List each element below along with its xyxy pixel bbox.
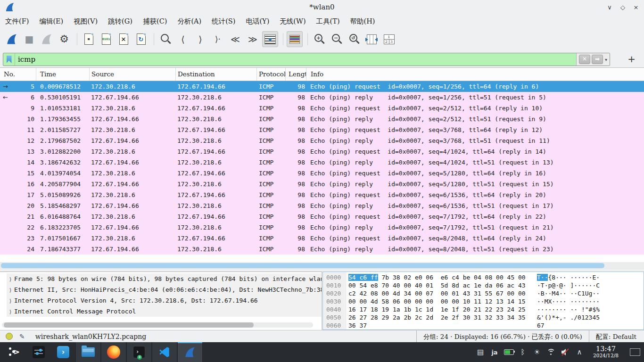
detail-row[interactable]: ⟩Internet Control Message Protocol	[7, 306, 322, 317]
title-bar[interactable]: *wlan0 ∨◇×	[0, 0, 644, 14]
resize-columns-button[interactable]	[363, 31, 380, 47]
hex-row[interactable]: 005026 27 28 29 2a 2b 2c 2d 2e 2f 30 31 …	[326, 313, 600, 321]
column-header-info[interactable]: Info	[306, 68, 644, 81]
battery-icon[interactable]	[502, 348, 516, 356]
taskbar-app-app-launcher[interactable]: >	[2, 342, 26, 362]
menu-item-5[interactable]: 分析(A)	[172, 14, 206, 28]
detail-row[interactable]: ⟩Ethernet II, Src: HonHaiPrecis_c4:be:04…	[7, 284, 322, 295]
clipboard-icon[interactable]: ▤	[473, 348, 487, 356]
packet-row[interactable]: 6←0.530105191172.67.194.66172.30.218.6IC…	[0, 92, 644, 103]
hex-row[interactable]: 0020c2 42 08 00 4d 34 00 07 00 01 43 31 …	[326, 289, 600, 297]
hex-row[interactable]: 006036 3767	[326, 321, 600, 329]
packet-row[interactable]: 226.183223705172.67.194.66172.30.218.6IC…	[0, 222, 644, 233]
taskbar-app-vscode[interactable]	[152, 342, 177, 362]
close-file-button[interactable]: ✕	[116, 31, 132, 47]
input-method-ja[interactable]: ja	[487, 348, 502, 356]
minimize-button[interactable]: ∨	[605, 4, 614, 11]
column-header-source[interactable]: Source	[90, 68, 176, 81]
packet-row[interactable]: 133.012882200172.30.218.6172.67.194.66IC…	[0, 146, 644, 157]
taskbar-app-firefox[interactable]	[101, 342, 126, 362]
last-packet-button[interactable]: ≫	[245, 31, 261, 47]
apply-filter-button[interactable]: ➡	[592, 55, 603, 64]
packet-row[interactable]: 112.011585727172.30.218.6172.67.194.66IC…	[0, 124, 644, 135]
wifi-icon[interactable]	[544, 348, 558, 356]
clock[interactable]: 13:47 2024/12/8	[588, 346, 623, 358]
expander-icon[interactable]: ⟩	[7, 306, 14, 317]
expander-icon[interactable]: ⟩	[7, 274, 14, 284]
taskbar-app-system-settings[interactable]	[26, 342, 51, 362]
maximize-button[interactable]: ◇	[619, 4, 627, 11]
column-header-length[interactable]: Length	[286, 68, 306, 81]
packet-row[interactable]: 143.186742632172.67.194.66172.30.218.6IC…	[0, 157, 644, 168]
find-packet-button[interactable]	[157, 31, 173, 47]
volume-muted-icon[interactable]	[558, 348, 572, 356]
column-header-no[interactable]: No.	[0, 68, 36, 81]
start-capture-button[interactable]	[4, 31, 20, 47]
stop-capture-button[interactable]: ■	[21, 31, 37, 47]
hex-row[interactable]: 000054 c6 ff 7b 38 02 e0 06 e6 c4 be 04 …	[326, 273, 600, 281]
packet-row[interactable]: 216.016488764172.30.218.6172.67.194.66IC…	[0, 211, 644, 222]
filter-dropdown-caret[interactable]: ▾	[605, 57, 607, 62]
layout-button[interactable]: 123	[381, 31, 397, 47]
packet-list-hscrollbar[interactable]	[0, 262, 644, 269]
display-filter-field[interactable]: ✕ ➡ ▾	[3, 53, 610, 66]
detail-hscrollbar[interactable]	[2, 322, 313, 328]
zoom-out-button[interactable]: −	[329, 31, 345, 47]
packet-row[interactable]: 164.205877904172.67.194.66172.30.218.6IC…	[0, 179, 644, 189]
detail-row[interactable]: ⟩Frame 5: 98 bytes on wire (784 bits), 9…	[7, 273, 322, 284]
column-header-time[interactable]: Time	[36, 68, 90, 81]
go-to-packet-button[interactable]: ⟩·	[210, 31, 226, 47]
taskbar-app-file-manager[interactable]	[75, 342, 101, 362]
menu-item-9[interactable]: 工具(T)	[311, 14, 345, 28]
auto-scroll-button[interactable]	[262, 31, 278, 47]
packet-row[interactable]: 175.015089926172.30.218.6172.67.194.66IC…	[0, 189, 644, 200]
save-file-button[interactable]: 0101	[98, 31, 114, 47]
reload-file-button[interactable]: ↻	[133, 31, 149, 47]
taskbar-app-wireshark[interactable]	[177, 342, 203, 362]
taskbar-app-discover[interactable]: ›	[51, 342, 75, 362]
previous-packet-button[interactable]: ⟨	[175, 31, 191, 47]
packet-row[interactable]: 237.017501667172.30.218.6172.67.194.66IC…	[0, 233, 644, 244]
packet-row-selected[interactable]: 5→0.009678512172.30.218.6172.67.194.66IC…	[0, 81, 644, 92]
scrollbar-thumb[interactable]	[4, 322, 254, 328]
filter-bookmark-icon[interactable]	[3, 53, 15, 66]
expander-icon[interactable]: ⟩	[7, 285, 14, 295]
close-button[interactable]: ×	[632, 4, 640, 11]
scrollbar-thumb[interactable]	[1, 263, 604, 268]
column-header-destination[interactable]: Destination	[176, 68, 257, 81]
menu-item-0[interactable]: 文件(F)	[0, 14, 34, 28]
first-packet-button[interactable]: ≪	[227, 31, 243, 47]
packet-row[interactable]: 205.185468297172.67.194.66172.30.218.6IC…	[0, 200, 644, 211]
show-desktop-button[interactable]	[630, 348, 640, 356]
clear-filter-button[interactable]: ✕	[579, 55, 590, 64]
packet-row[interactable]: 247.186743377172.67.194.66172.30.218.6IC…	[0, 244, 644, 255]
capture-options-button[interactable]: ⚙	[56, 31, 72, 47]
menu-item-1[interactable]: 编辑(E)	[34, 14, 68, 28]
restart-capture-button[interactable]	[39, 31, 55, 47]
menu-item-10[interactable]: 帮助(H)	[345, 14, 380, 28]
packet-row[interactable]: 91.010533181172.30.218.6172.67.194.66ICM…	[0, 103, 644, 114]
colorize-packets-button[interactable]	[287, 31, 303, 47]
open-file-button[interactable]: ▪	[81, 31, 97, 47]
zoom-in-button[interactable]: +	[311, 31, 327, 47]
packet-row[interactable]: 101.179363455172.67.194.66172.30.218.6IC…	[0, 114, 644, 124]
brightness-icon[interactable]: ☀	[530, 348, 544, 356]
hex-row[interactable]: 001000 54 e8 70 40 00 40 01 5d 8d ac 1e …	[326, 281, 600, 289]
menu-item-8[interactable]: 无线(W)	[274, 14, 311, 28]
menu-item-3[interactable]: 跳转(G)	[103, 14, 138, 28]
zoom-reset-button[interactable]: ↺	[346, 31, 362, 47]
hex-row[interactable]: 004016 17 18 19 1a 1b 1c 1d 1e 1f 20 21 …	[326, 305, 600, 313]
expander-icon[interactable]: ⟩	[7, 296, 14, 306]
profile-selector[interactable]: 配置: Default	[589, 330, 644, 343]
packet-row[interactable]: 122.179687502172.67.194.66172.30.218.6IC…	[0, 135, 644, 146]
capture-comment-icon[interactable]: ✎	[19, 333, 25, 340]
detail-row[interactable]: ⟩Internet Protocol Version 4, Src: 172.3…	[7, 295, 322, 306]
expert-info-icon[interactable]	[6, 333, 13, 340]
display-filter-input[interactable]	[15, 53, 576, 66]
packet-row[interactable]: 154.013974054172.30.218.6172.67.194.66IC…	[0, 168, 644, 179]
menu-item-6[interactable]: 统计(S)	[206, 14, 240, 28]
next-packet-button[interactable]: ⟩	[192, 31, 208, 47]
hex-row[interactable]: 003000 00 4d 58 06 00 00 00 00 00 10 11 …	[326, 297, 600, 305]
taskbar-app-konsole[interactable]: ›+	[126, 342, 152, 362]
tray-expand-icon[interactable]: ∧	[572, 348, 586, 356]
